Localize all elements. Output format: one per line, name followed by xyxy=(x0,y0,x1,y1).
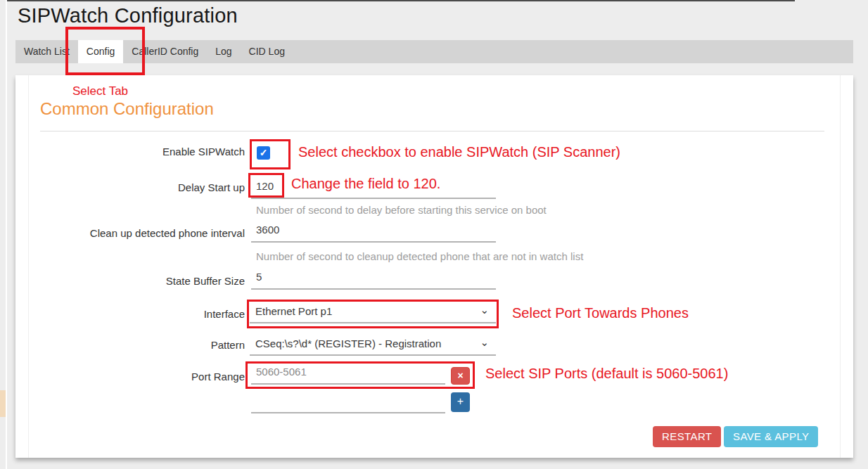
tab-config[interactable]: Config xyxy=(78,40,123,63)
annotation-enable-checkbox: Select checkbox to enable SIPWatch (SIP … xyxy=(298,144,620,160)
page-title: SIPWatch Configuration xyxy=(18,4,238,27)
left-edge-highlight xyxy=(6,0,7,469)
delay-startup-label: Delay Start up xyxy=(42,181,245,193)
pattern-label: Pattern xyxy=(42,339,245,351)
check-icon: ✓ xyxy=(260,147,268,158)
pattern-select-value: CSeq:\s?\d* (REGISTER) - Registration xyxy=(255,338,441,349)
restart-button[interactable]: RESTART xyxy=(653,426,721,447)
section-divider xyxy=(40,131,824,131)
remove-port-range-button[interactable]: × xyxy=(451,367,470,385)
close-icon: × xyxy=(457,370,463,381)
port-range-label: Port Range xyxy=(42,371,245,383)
port-range-extra-input[interactable] xyxy=(251,392,445,413)
enable-sipwatch-checkbox[interactable]: ✓ xyxy=(257,146,270,160)
interface-label: Interface xyxy=(42,308,245,320)
tab-cid-log[interactable]: CID Log xyxy=(241,40,293,63)
state-buffer-input[interactable] xyxy=(251,268,496,290)
annotation-port-range: Select SIP Ports (default is 5060-5061) xyxy=(485,366,728,382)
card-inner-left-line xyxy=(28,75,29,458)
plus-icon: + xyxy=(457,395,464,407)
tab-bar: Watch List Config CallerID Config Log CI… xyxy=(15,40,853,63)
port-range-input[interactable] xyxy=(251,363,445,385)
chevron-down-icon: ⌄ xyxy=(480,336,489,349)
sipwatch-config-screen: SIPWatch Configuration Watch List Config… xyxy=(0,0,868,469)
interface-select-value: Ethernet Port p1 xyxy=(255,305,332,317)
card-inner-right-line xyxy=(840,75,841,458)
cleanup-interval-label: Clean up detected phone interval xyxy=(42,227,245,239)
tab-callerid-config[interactable]: CallerID Config xyxy=(123,40,207,63)
enable-sipwatch-label: Enable SIPWatch xyxy=(42,146,245,158)
section-heading: Common Configuration xyxy=(40,99,214,119)
tab-log[interactable]: Log xyxy=(207,40,240,63)
add-port-range-button[interactable]: + xyxy=(451,392,470,412)
interface-select[interactable]: Ethernet Port p1 ⌄ xyxy=(250,302,496,323)
chevron-down-icon: ⌄ xyxy=(480,304,489,316)
cleanup-interval-help: Number of second to cleanup detected pho… xyxy=(256,250,583,262)
state-buffer-label: State Buffer Size xyxy=(42,275,245,287)
annotation-select-tab: Select Tab xyxy=(72,84,128,98)
tab-watch-list[interactable]: Watch List xyxy=(15,40,78,63)
delay-startup-help: Number of second to delay before startin… xyxy=(256,204,547,216)
save-apply-button[interactable]: SAVE & APPLY xyxy=(724,426,818,447)
pattern-select[interactable]: CSeq:\s?\d* (REGISTER) - Registration ⌄ xyxy=(250,335,496,356)
annotation-interface-select: Select Port Towards Phones xyxy=(512,305,689,321)
window-top-edge xyxy=(7,0,795,1)
left-accent-bar xyxy=(0,390,6,417)
annotation-delay-field: Change the field to 120. xyxy=(291,176,440,192)
cleanup-interval-input[interactable] xyxy=(251,221,496,243)
